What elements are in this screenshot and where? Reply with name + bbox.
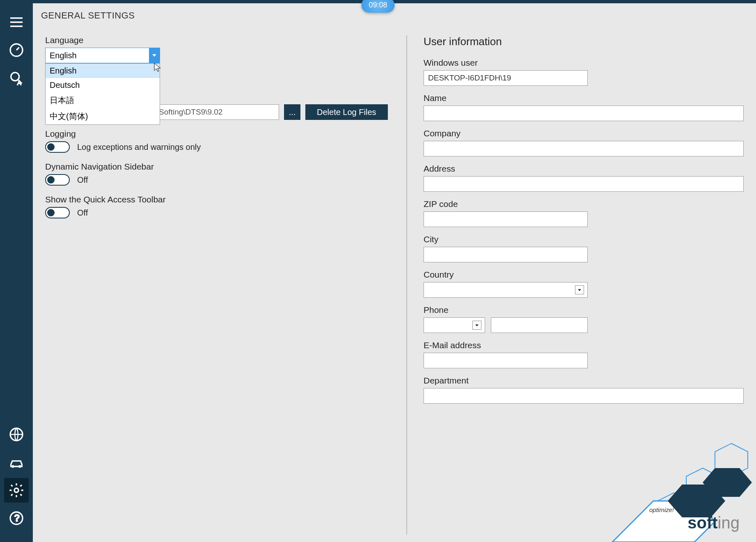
dyn-nav-toggle[interactable] (45, 174, 70, 186)
language-value: English (50, 51, 77, 60)
svg-text:A: A (17, 79, 21, 86)
windows-user-input (424, 70, 588, 86)
user-info-title: User information (424, 35, 744, 48)
phone-input[interactable] (491, 317, 588, 333)
svg-point-5 (19, 466, 21, 468)
sidebar: A ? (0, 3, 33, 542)
language-select[interactable]: English English Deutsch 日本語 中文(简体) (45, 48, 160, 63)
email-label: E-Mail address (424, 340, 744, 350)
browse-button[interactable]: ... (284, 104, 300, 120)
gauge-icon[interactable] (4, 38, 29, 62)
name-input[interactable] (424, 106, 744, 121)
svg-text:?: ? (14, 513, 20, 524)
phone-prefix-select[interactable] (424, 317, 485, 333)
language-dropdown: English Deutsch 日本語 中文(简体) (45, 63, 160, 125)
company-label: Company (424, 129, 744, 138)
language-label: Language (45, 35, 390, 45)
logging-label: Logging (45, 129, 390, 139)
name-label: Name (424, 93, 744, 103)
left-column: Language English English Deutsch 日本語 中文(… (45, 35, 406, 535)
car-icon[interactable] (4, 450, 29, 475)
language-option[interactable]: Deutsch (46, 78, 160, 92)
time-badge: 09:08 (361, 0, 394, 13)
language-option[interactable]: 日本語 (46, 92, 160, 108)
address-input[interactable] (424, 176, 744, 192)
city-label: City (424, 234, 744, 244)
windows-user-label: Windows user (424, 58, 744, 68)
chevron-down-icon (149, 48, 160, 63)
language-option[interactable]: 中文(简体) (46, 108, 160, 124)
department-label: Department (424, 376, 744, 386)
zip-label: ZIP code (424, 199, 744, 209)
dyn-nav-value: Off (77, 175, 88, 185)
dyn-nav-label: Dynamic Navigation Sidebar (45, 162, 390, 172)
country-select[interactable] (424, 282, 588, 298)
svg-point-6 (14, 488, 18, 492)
chevron-down-icon (472, 321, 481, 330)
logging-toggle[interactable] (45, 141, 70, 153)
department-input[interactable] (424, 388, 744, 404)
globe-icon[interactable] (4, 422, 29, 447)
email-input[interactable] (424, 353, 588, 368)
quick-toolbar-value: Off (77, 208, 88, 218)
zip-input[interactable] (424, 211, 588, 227)
logging-value: Log exceptions and warnings only (77, 142, 201, 152)
address-label: Address (424, 164, 744, 174)
quick-toolbar-label: Show the Quick Access Toolbar (45, 195, 390, 204)
header: GENERAL SETTINGS (33, 3, 756, 28)
right-column: User information Windows user Name Compa… (406, 35, 744, 535)
delete-log-button[interactable]: Delete Log Files (305, 104, 388, 120)
search-a-icon[interactable]: A (4, 66, 29, 90)
svg-point-4 (12, 466, 14, 468)
help-icon[interactable]: ? (4, 506, 29, 531)
phone-label: Phone (424, 305, 744, 315)
chevron-down-icon (575, 285, 584, 294)
page-title: GENERAL SETTINGS (41, 10, 135, 21)
hamburger-icon[interactable] (4, 10, 29, 34)
gear-icon[interactable] (4, 478, 29, 503)
content: Language English English Deutsch 日本語 中文(… (33, 28, 756, 542)
city-input[interactable] (424, 247, 588, 262)
country-label: Country (424, 270, 744, 280)
language-option[interactable]: English (46, 64, 160, 78)
quick-toolbar-toggle[interactable] (45, 207, 70, 218)
company-input[interactable] (424, 141, 744, 156)
